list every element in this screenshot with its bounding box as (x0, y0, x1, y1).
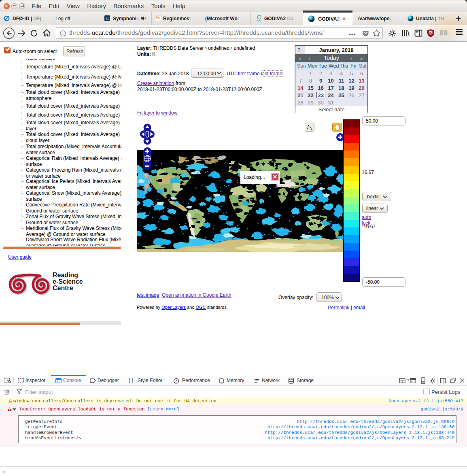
svg-text:uO: uO (429, 31, 433, 34)
